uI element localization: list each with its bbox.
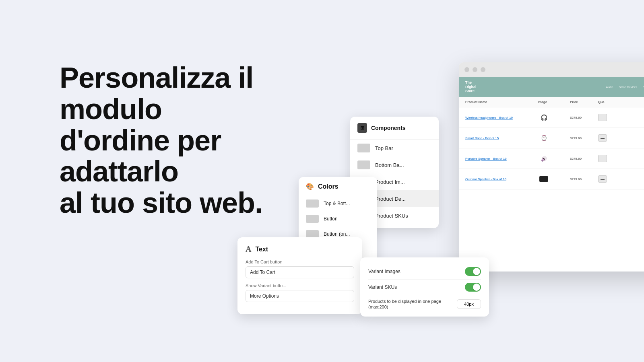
qty-btn-4[interactable]: — bbox=[598, 175, 607, 183]
add-to-cart-input[interactable] bbox=[246, 266, 354, 278]
store-ui: TheDigitalStore Audio Smart Devices Smar… bbox=[459, 77, 644, 272]
qty-btn-1[interactable]: — bbox=[598, 114, 607, 121]
topbar-label: Top Bar bbox=[375, 145, 393, 151]
col-product-name: Product Name bbox=[465, 100, 538, 104]
show-variant-input[interactable] bbox=[246, 290, 354, 302]
variant-images-toggle[interactable] bbox=[465, 267, 481, 276]
button-color-label: Button bbox=[324, 216, 338, 222]
store-table-header: Product Name Image Price Qua bbox=[459, 97, 644, 107]
product-price-4: $279.60 bbox=[570, 177, 598, 181]
browser-dot-green bbox=[481, 67, 485, 72]
product-image-4 bbox=[538, 173, 550, 185]
panel-item-bottombar[interactable]: Bottom Ba... bbox=[350, 156, 439, 173]
product-name-1: Wireless headphones - Box of 10 bbox=[465, 116, 538, 119]
variant-panel: Variant Images Variant SKUs Products to … bbox=[360, 257, 489, 317]
table-row: Outdoor Speaker - Box of 10 $279.60 — bbox=[459, 169, 644, 189]
color-item-top-bottom[interactable]: Top & Bott... bbox=[299, 196, 377, 211]
button-on-color-label: Button (on... bbox=[324, 231, 350, 237]
components-icon: ⊞ bbox=[357, 123, 367, 133]
product-name-4: Outdoor Speaker - Box of 10 bbox=[465, 177, 538, 181]
top-bottom-color-icon bbox=[306, 200, 319, 208]
product-image-2 bbox=[538, 132, 550, 144]
topbar-icon bbox=[357, 144, 370, 152]
product-name-2: Smart Band - Box of 15 bbox=[465, 136, 538, 140]
color-item-button[interactable]: Button bbox=[299, 211, 377, 226]
components-panel-header: ⊞ Components bbox=[350, 117, 439, 140]
product-name-3: Portable Speaker - Box of 15 bbox=[465, 157, 538, 160]
browser-dot-red bbox=[464, 67, 469, 72]
show-variant-field: Show Variant butto... bbox=[246, 283, 354, 302]
button-on-color-icon bbox=[306, 230, 319, 238]
palette-icon: 🎨 bbox=[306, 183, 314, 190]
store-nav-smart-devices: Smart Devices bbox=[619, 86, 637, 88]
top-bottom-color-label: Top & Bott... bbox=[324, 201, 350, 206]
table-row: Wireless headphones - Box of 10 $279.60 … bbox=[459, 107, 644, 128]
product-image-label: Product Im... bbox=[375, 179, 405, 185]
text-panel-header: A Text bbox=[246, 245, 354, 254]
panel-item-topbar[interactable]: Top Bar bbox=[350, 140, 439, 156]
bottombar-label: Bottom Ba... bbox=[375, 162, 404, 168]
variant-skus-toggle[interactable] bbox=[465, 283, 481, 292]
table-row: Portable Speaker - Box of 15 $279.60 — bbox=[459, 148, 644, 169]
store-header: TheDigitalStore Audio Smart Devices Smar… bbox=[459, 77, 644, 97]
store-logo: TheDigitalStore bbox=[465, 80, 477, 93]
variant-skus-label: Variant SKUs bbox=[368, 284, 397, 290]
product-image-1 bbox=[538, 111, 550, 123]
text-settings-panel: A Text Add To Cart button Show Variant b… bbox=[237, 237, 362, 314]
hero-section: Personalizza il modulo d'ordine per adat… bbox=[60, 62, 309, 219]
products-per-page-row: Products to be displayed in one page (ma… bbox=[368, 295, 481, 310]
browser-dot-yellow bbox=[473, 67, 477, 72]
components-panel-title: Components bbox=[371, 125, 406, 131]
product-price-2: $279.60 bbox=[570, 136, 598, 140]
colors-panel-header: 🎨 Colors bbox=[299, 177, 377, 196]
add-to-cart-field: Add To Cart button bbox=[246, 259, 354, 278]
variant-skus-row: Variant SKUs bbox=[368, 280, 481, 295]
product-desc-label: Product De... bbox=[375, 196, 406, 202]
hero-title: Personalizza il modulo d'ordine per adat… bbox=[60, 62, 309, 219]
col-qty: Qua bbox=[598, 100, 618, 104]
products-per-page-label: Products to be displayed in one page (ma… bbox=[368, 298, 457, 310]
product-price-1: $279.60 bbox=[570, 116, 598, 119]
variant-images-label: Variant Images bbox=[368, 269, 400, 274]
store-nav-audio: Audio bbox=[606, 86, 613, 88]
bottombar-icon bbox=[357, 160, 370, 169]
product-price-3: $279.60 bbox=[570, 157, 598, 160]
qty-btn-2[interactable]: — bbox=[598, 134, 607, 142]
store-nav: Audio Smart Devices Smart Gadgets bbox=[606, 86, 644, 88]
button-color-icon bbox=[306, 215, 319, 223]
product-image-3 bbox=[538, 152, 550, 165]
browser-window: TheDigitalStore Audio Smart Devices Smar… bbox=[459, 62, 644, 272]
variant-images-row: Variant Images bbox=[368, 264, 481, 280]
show-variant-field-label: Show Variant butto... bbox=[246, 283, 354, 288]
add-to-cart-field-label: Add To Cart button bbox=[246, 259, 354, 264]
store-table: Product Name Image Price Qua Wireless he… bbox=[459, 97, 644, 189]
text-a-icon: A bbox=[246, 245, 251, 254]
browser-titlebar bbox=[459, 62, 644, 77]
colors-panel-title: Colors bbox=[318, 183, 339, 190]
product-skus-label: Product SKUs bbox=[375, 213, 408, 219]
col-price: Price bbox=[570, 100, 598, 104]
products-per-page-input[interactable] bbox=[457, 299, 481, 309]
text-panel-title: Text bbox=[255, 246, 268, 253]
table-row: Smart Band - Box of 15 $279.60 — bbox=[459, 128, 644, 148]
col-image: Image bbox=[538, 100, 570, 104]
qty-btn-3[interactable]: — bbox=[598, 155, 607, 162]
